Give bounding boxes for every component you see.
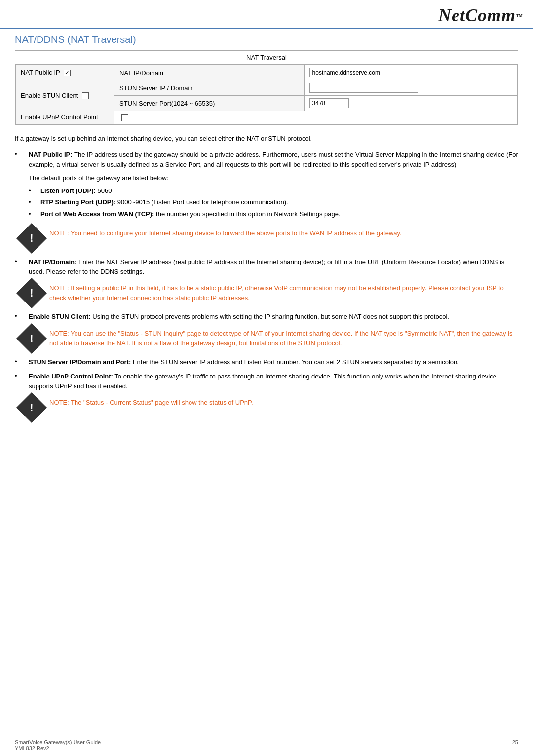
stun-ip-input[interactable] [309,83,418,93]
note-block-3: ! NOTE: You can use the "Status - STUN I… [15,327,518,350]
sub-bullet-dot: • [29,209,40,219]
sub-bullet-dot: • [29,186,40,196]
table-row: NAT Public IP NAT IP/Domain [16,65,518,80]
bullet-nat-public-bold: NAT Public IP: [29,151,73,158]
bullet-dot: • [15,357,29,365]
nat-public-ip-checkbox[interactable] [64,70,71,76]
note-text-3: NOTE: You can use the "Status - STUN Inq… [49,327,518,348]
upnp-checkbox[interactable] [121,114,128,121]
bullet-stun-server: • STUN Server IP/Domain and Port: Enter … [15,357,518,367]
bullet-stun-server-content: STUN Server IP/Domain and Port: Enter th… [29,357,518,367]
bullet-enable-stun-content: Enable STUN Client: Using the STUN proto… [29,312,518,322]
sub-bullet-item: • RTP Starting Port (UDP): 9000~9015 (Li… [29,197,518,207]
warning-icon-4: ! [20,396,43,419]
note-block-2: ! NOTE: If setting a public IP in this f… [15,281,518,305]
stun-port-label: STUN Server Port(1024 ~ 65535) [114,96,305,111]
bullet-nat-ipdomain: • NAT IP/Domain: Enter the NAT Server IP… [15,257,518,276]
nat-ip-domain-input[interactable] [309,68,418,77]
nat-ip-domain-label: NAT IP/Domain [114,65,305,80]
sub-bullet-dot: • [29,197,40,207]
nat-traversal-table: NAT Traversal NAT Public IP NAT IP/Domai… [15,50,518,125]
sub-bullet-web-port: Port of Web Access from WAN (TCP): the n… [40,209,341,219]
stun-port-cell [304,96,517,111]
bullet-upnp-content: Enable UPnP Control Point: To enable the… [29,372,518,391]
nat-public-ip-label: NAT Public IP [16,65,114,80]
table-row: Enable UPnP Control Point [16,111,518,124]
sub-bullet-rtp-port: RTP Starting Port (UDP): 9000~9015 (List… [40,197,288,207]
intro-paragraph: If a gateway is set up behind an Interne… [15,134,518,144]
page-title: NAT/DDNS (NAT Traversal) [0,29,533,50]
footer-left: SmartVoice Gateway(s) User Guide YML832 … [15,739,101,751]
warning-icon-3: ! [20,327,43,350]
enable-stun-label: Enable STUN Client [16,80,114,111]
sub-intro: The default ports of the gateway are lis… [29,173,518,183]
footer-page-number: 25 [512,739,518,751]
bullet-nat-public: • NAT Public IP: The IP address used by … [15,150,518,222]
sub-bullet-item: • Port of Web Access from WAN (TCP): the… [29,209,518,219]
table-row: Enable STUN Client STUN Server IP / Doma… [16,80,518,96]
upnp-label: Enable UPnP Control Point [16,111,114,124]
logo-text: NetComm [438,5,516,25]
bullet-upnp-bold: Enable UPnP Control Point: [29,373,113,380]
upnp-checkbox-cell [114,111,518,124]
page-footer: SmartVoice Gateway(s) User Guide YML832 … [0,734,533,756]
logo: NetComm™ [438,5,523,26]
warning-icon-2: ! [20,281,43,305]
sub-bullet-item: • Listen Port (UDP): 5060 [29,186,518,196]
bullet-upnp: • Enable UPnP Control Point: To enable t… [15,372,518,391]
warning-icon-1: ! [20,227,43,250]
note-text-2: NOTE: If setting a public IP in this fie… [49,281,518,303]
bullet-stun-server-bold: STUN Server IP/Domain and Port: [29,358,131,366]
bullet-enable-stun-bold: Enable STUN Client: [29,313,91,320]
enable-stun-checkbox[interactable] [82,92,89,99]
stun-port-input[interactable] [309,98,349,108]
note-block-1: ! NOTE: You need to configure your Inter… [15,227,518,250]
bullet-nat-ipdomain-bold: NAT IP/Domain: [29,258,76,265]
nat-ip-domain-cell [304,65,517,80]
bullet-dot: • [15,257,29,265]
note-block-4: ! NOTE: The "Status - Current Status" pa… [15,396,518,419]
sub-bullet-listen-port: Listen Port (UDP): 5060 [40,186,112,196]
nat-table-title: NAT Traversal [15,51,518,65]
page-header: NetComm™ [0,0,533,29]
main-content: NAT Traversal NAT Public IP NAT IP/Domai… [0,50,533,446]
sub-bullet-list: • Listen Port (UDP): 5060 • RTP Starting… [29,186,518,219]
stun-ip-label: STUN Server IP / Domain [114,80,305,96]
bullet-dot: • [15,372,29,379]
note-text-4: NOTE: The "Status - Current Status" page… [49,396,253,408]
bullet-dot: • [15,150,29,158]
bullet-nat-public-content: NAT Public IP: The IP address used by th… [29,150,518,222]
stun-ip-cell [304,80,517,96]
bullet-enable-stun: • Enable STUN Client: Using the STUN pro… [15,312,518,322]
bullet-dot: • [15,312,29,320]
bullet-nat-ipdomain-content: NAT IP/Domain: Enter the NAT Server IP a… [29,257,518,276]
note-text-1: NOTE: You need to configure your Interne… [49,227,402,238]
nat-table-body: NAT Public IP NAT IP/Domain Enable STUN … [15,65,518,124]
logo-tm: ™ [516,13,523,20]
